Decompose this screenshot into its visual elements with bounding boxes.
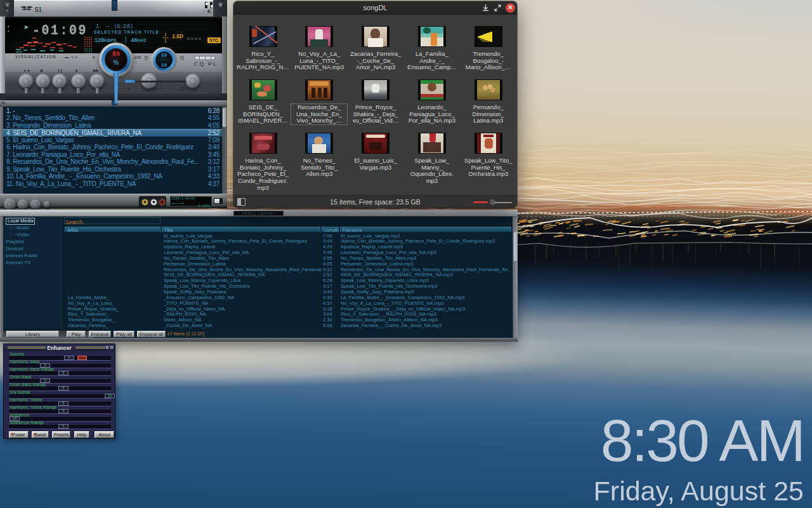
svg-text:51: 51 — [35, 6, 43, 13]
